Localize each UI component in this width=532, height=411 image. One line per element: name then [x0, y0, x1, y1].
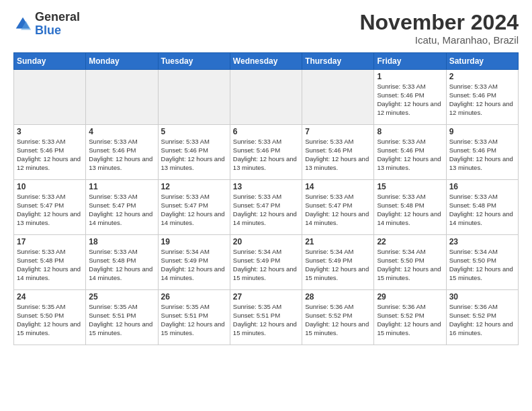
day-number: 5	[161, 127, 227, 136]
day-info: Sunrise: 5:36 AM Sunset: 5:52 PM Dayligh…	[449, 303, 515, 337]
day-info: Sunrise: 5:33 AM Sunset: 5:47 PM Dayligh…	[305, 193, 371, 227]
day-info: Sunrise: 5:33 AM Sunset: 5:47 PM Dayligh…	[17, 193, 83, 227]
day-info: Sunrise: 5:33 AM Sunset: 5:48 PM Dayligh…	[449, 193, 515, 227]
day-number: 16	[449, 182, 515, 191]
day-number: 13	[233, 182, 299, 191]
day-number: 15	[377, 182, 443, 191]
day-info: Sunrise: 5:33 AM Sunset: 5:47 PM Dayligh…	[233, 193, 299, 227]
calendar-cell: 26Sunrise: 5:35 AM Sunset: 5:51 PM Dayli…	[158, 290, 230, 345]
calendar-cell: 9Sunrise: 5:33 AM Sunset: 5:46 PM Daylig…	[446, 125, 518, 180]
location: Icatu, Maranhao, Brazil	[359, 34, 519, 46]
calendar-cell: 11Sunrise: 5:33 AM Sunset: 5:47 PM Dayli…	[86, 180, 158, 235]
calendar-week-row: 10Sunrise: 5:33 AM Sunset: 5:47 PM Dayli…	[14, 180, 519, 235]
day-info: Sunrise: 5:33 AM Sunset: 5:46 PM Dayligh…	[89, 138, 154, 172]
calendar-cell: 21Sunrise: 5:34 AM Sunset: 5:49 PM Dayli…	[302, 235, 374, 290]
calendar-header-row: SundayMondayTuesdayWednesdayThursdayFrid…	[14, 53, 519, 70]
day-number: 2	[449, 72, 515, 81]
calendar-cell: 17Sunrise: 5:33 AM Sunset: 5:48 PM Dayli…	[14, 235, 86, 290]
calendar-cell	[230, 70, 302, 125]
day-info: Sunrise: 5:33 AM Sunset: 5:46 PM Dayligh…	[377, 138, 443, 172]
day-number: 11	[89, 182, 154, 191]
day-number: 17	[17, 237, 83, 246]
calendar-cell	[302, 70, 374, 125]
calendar-week-row: 3Sunrise: 5:33 AM Sunset: 5:46 PM Daylig…	[14, 125, 519, 180]
day-info: Sunrise: 5:33 AM Sunset: 5:46 PM Dayligh…	[449, 138, 515, 172]
page-header: General Blue November 2024 Icatu, Maranh…	[13, 11, 519, 46]
day-number: 8	[377, 127, 443, 136]
day-number: 20	[233, 237, 299, 246]
calendar-cell: 20Sunrise: 5:34 AM Sunset: 5:49 PM Dayli…	[230, 235, 302, 290]
calendar-cell: 13Sunrise: 5:33 AM Sunset: 5:47 PM Dayli…	[230, 180, 302, 235]
weekday-header: Saturday	[446, 53, 518, 70]
calendar-cell: 29Sunrise: 5:36 AM Sunset: 5:52 PM Dayli…	[374, 290, 446, 345]
day-number: 24	[17, 292, 83, 302]
calendar-cell: 25Sunrise: 5:35 AM Sunset: 5:51 PM Dayli…	[86, 290, 158, 345]
title-block: November 2024 Icatu, Maranhao, Brazil	[359, 11, 519, 46]
day-number: 14	[305, 182, 371, 191]
day-info: Sunrise: 5:33 AM Sunset: 5:48 PM Dayligh…	[377, 193, 443, 227]
calendar-cell: 8Sunrise: 5:33 AM Sunset: 5:46 PM Daylig…	[374, 125, 446, 180]
calendar-week-row: 24Sunrise: 5:35 AM Sunset: 5:50 PM Dayli…	[14, 290, 519, 345]
weekday-header: Wednesday	[230, 53, 302, 70]
calendar-week-row: 17Sunrise: 5:33 AM Sunset: 5:48 PM Dayli…	[14, 235, 519, 290]
weekday-header: Thursday	[302, 53, 374, 70]
day-number: 7	[305, 127, 371, 136]
calendar-cell: 14Sunrise: 5:33 AM Sunset: 5:47 PM Dayli…	[302, 180, 374, 235]
calendar-cell: 15Sunrise: 5:33 AM Sunset: 5:48 PM Dayli…	[374, 180, 446, 235]
day-number: 1	[377, 72, 443, 81]
day-info: Sunrise: 5:33 AM Sunset: 5:46 PM Dayligh…	[305, 138, 371, 172]
day-info: Sunrise: 5:33 AM Sunset: 5:47 PM Dayligh…	[89, 193, 154, 227]
weekday-header: Tuesday	[158, 53, 230, 70]
day-info: Sunrise: 5:35 AM Sunset: 5:51 PM Dayligh…	[161, 303, 227, 337]
day-info: Sunrise: 5:34 AM Sunset: 5:49 PM Dayligh…	[233, 248, 299, 282]
day-number: 27	[233, 292, 299, 302]
calendar-cell: 18Sunrise: 5:33 AM Sunset: 5:48 PM Dayli…	[86, 235, 158, 290]
calendar-cell: 24Sunrise: 5:35 AM Sunset: 5:50 PM Dayli…	[14, 290, 86, 345]
weekday-header: Monday	[86, 53, 158, 70]
day-number: 29	[377, 292, 443, 302]
calendar-cell: 30Sunrise: 5:36 AM Sunset: 5:52 PM Dayli…	[446, 290, 518, 345]
day-info: Sunrise: 5:33 AM Sunset: 5:48 PM Dayligh…	[17, 248, 83, 282]
calendar-cell: 10Sunrise: 5:33 AM Sunset: 5:47 PM Dayli…	[14, 180, 86, 235]
calendar-cell: 23Sunrise: 5:34 AM Sunset: 5:50 PM Dayli…	[446, 235, 518, 290]
day-info: Sunrise: 5:34 AM Sunset: 5:50 PM Dayligh…	[449, 248, 515, 282]
day-number: 23	[449, 237, 515, 246]
calendar-cell: 22Sunrise: 5:34 AM Sunset: 5:50 PM Dayli…	[374, 235, 446, 290]
day-info: Sunrise: 5:33 AM Sunset: 5:46 PM Dayligh…	[161, 138, 227, 172]
calendar-cell	[158, 70, 230, 125]
day-number: 28	[305, 292, 371, 302]
day-info: Sunrise: 5:36 AM Sunset: 5:52 PM Dayligh…	[305, 303, 371, 337]
logo: General Blue	[13, 11, 80, 38]
day-number: 21	[305, 237, 371, 246]
day-number: 18	[89, 237, 154, 246]
day-number: 9	[449, 127, 515, 136]
day-number: 6	[233, 127, 299, 136]
calendar-cell: 7Sunrise: 5:33 AM Sunset: 5:46 PM Daylig…	[302, 125, 374, 180]
day-number: 22	[377, 237, 443, 246]
day-info: Sunrise: 5:36 AM Sunset: 5:52 PM Dayligh…	[377, 303, 443, 337]
calendar-cell	[86, 70, 158, 125]
logo-blue: Blue	[35, 24, 61, 37]
day-info: Sunrise: 5:34 AM Sunset: 5:49 PM Dayligh…	[161, 248, 227, 282]
day-info: Sunrise: 5:34 AM Sunset: 5:49 PM Dayligh…	[305, 248, 371, 282]
day-number: 30	[449, 292, 515, 302]
day-info: Sunrise: 5:35 AM Sunset: 5:51 PM Dayligh…	[233, 303, 299, 337]
day-info: Sunrise: 5:33 AM Sunset: 5:46 PM Dayligh…	[233, 138, 299, 172]
calendar-cell	[14, 70, 86, 125]
day-number: 25	[89, 292, 154, 302]
weekday-header: Friday	[374, 53, 446, 70]
calendar-cell: 1Sunrise: 5:33 AM Sunset: 5:46 PM Daylig…	[374, 70, 446, 125]
calendar-cell: 5Sunrise: 5:33 AM Sunset: 5:46 PM Daylig…	[158, 125, 230, 180]
day-info: Sunrise: 5:34 AM Sunset: 5:50 PM Dayligh…	[377, 248, 443, 282]
calendar-cell: 6Sunrise: 5:33 AM Sunset: 5:46 PM Daylig…	[230, 125, 302, 180]
logo-icon	[13, 15, 32, 34]
day-number: 26	[161, 292, 227, 302]
calendar-table: SundayMondayTuesdayWednesdayThursdayFrid…	[13, 52, 519, 345]
calendar-cell: 28Sunrise: 5:36 AM Sunset: 5:52 PM Dayli…	[302, 290, 374, 345]
day-number: 12	[161, 182, 227, 191]
calendar-cell: 19Sunrise: 5:34 AM Sunset: 5:49 PM Dayli…	[158, 235, 230, 290]
calendar-cell: 27Sunrise: 5:35 AM Sunset: 5:51 PM Dayli…	[230, 290, 302, 345]
calendar-week-row: 1Sunrise: 5:33 AM Sunset: 5:46 PM Daylig…	[14, 70, 519, 125]
calendar-cell: 16Sunrise: 5:33 AM Sunset: 5:48 PM Dayli…	[446, 180, 518, 235]
month-title: November 2024	[359, 11, 519, 34]
